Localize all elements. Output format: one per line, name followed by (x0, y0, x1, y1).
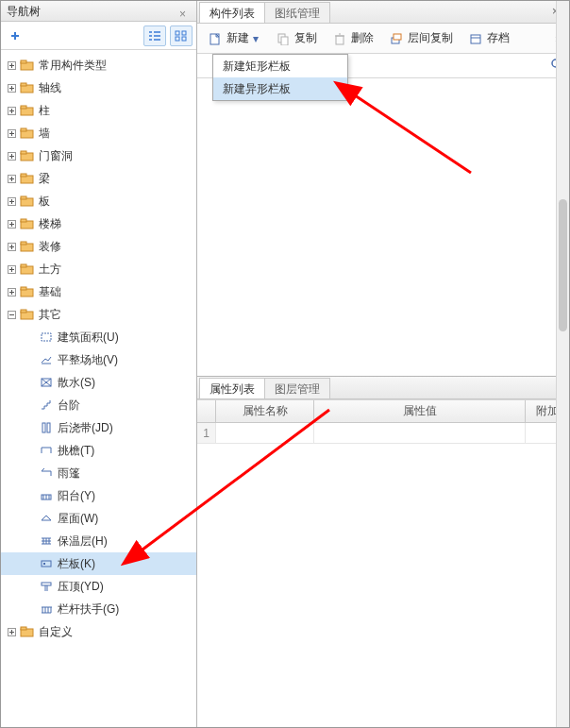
search-input[interactable] (339, 57, 550, 76)
tree-label: 雨篷 (58, 466, 80, 482)
tree-item[interactable]: 栏板(K) (1, 552, 196, 575)
new-icon (208, 31, 223, 46)
tree-label: 挑檐(T) (58, 443, 94, 459)
svg-rect-0 (176, 31, 179, 35)
tree-category[interactable]: 基础 (1, 280, 196, 303)
tree-item[interactable]: 栏杆扶手(G) (1, 598, 196, 620)
component-toolbar: 新建 ▾ 复制 删除 层间复制 存档 » (197, 24, 569, 54)
tree-category-other[interactable]: 其它 (1, 303, 196, 326)
tree-item[interactable]: 屋面(W) (1, 507, 196, 530)
svg-rect-6 (21, 60, 26, 63)
archive-label: 存档 (487, 30, 510, 46)
expand-icon[interactable] (5, 149, 18, 162)
expand-icon[interactable] (5, 240, 18, 253)
tree-label: 自定义 (39, 624, 73, 640)
property-row[interactable]: 1 (197, 423, 569, 444)
tree-label: 基础 (39, 284, 61, 300)
svg-rect-2 (176, 37, 179, 41)
nav-tree-panel: 导航树 × 常用构件类型轴线柱墙门窗洞梁板楼梯装修土方基础其它建筑面积(U)平整… (1, 1, 197, 727)
svg-rect-56 (394, 34, 401, 40)
tree-item[interactable]: 平整场地(V) (1, 348, 196, 371)
tab-component-list[interactable]: 构件列表 (199, 2, 265, 23)
tree-item[interactable]: 阳台(Y) (1, 484, 196, 507)
svg-rect-30 (21, 242, 26, 245)
tree-category[interactable]: 常用构件类型 (1, 54, 196, 76)
svg-rect-46 (43, 563, 45, 565)
property-tabbar: 属性列表 图层管理 × (197, 377, 569, 399)
dropdown-item-rect[interactable]: 新建矩形栏板 (213, 55, 347, 77)
svg-rect-27 (21, 219, 26, 222)
svg-rect-47 (42, 583, 51, 585)
svg-rect-42 (42, 423, 45, 432)
component-list-area (197, 78, 569, 376)
tree-item[interactable]: 后浇带(JD) (1, 416, 196, 439)
scrollbar[interactable] (556, 1, 569, 727)
copy-button[interactable]: 复制 (269, 27, 324, 50)
svg-rect-36 (21, 287, 26, 290)
tree-label: 装修 (39, 239, 61, 255)
tree-label: 屋面(W) (58, 511, 98, 527)
tree-label: 阳台(Y) (58, 488, 95, 504)
tree-item[interactable]: 挑檐(T) (1, 439, 196, 462)
grid-view-icon[interactable] (170, 25, 193, 46)
tree-item[interactable]: 压顶(YD) (1, 575, 196, 598)
expand-icon[interactable] (5, 625, 18, 638)
expand-icon[interactable] (5, 81, 18, 94)
nav-toolbar (1, 22, 196, 50)
tree-label: 保温层(H) (58, 533, 108, 550)
area-icon (39, 330, 54, 344)
tree-label: 台阶 (58, 398, 80, 414)
wumian-icon (39, 512, 54, 525)
list-view-icon[interactable] (143, 25, 166, 46)
tree-category-custom[interactable]: 自定义 (1, 620, 196, 643)
tree-category[interactable]: 梁 (1, 167, 196, 190)
tree-item[interactable]: 台阶 (1, 394, 196, 416)
tree-category[interactable]: 墙 (1, 122, 196, 144)
delete-button[interactable]: 删除 (326, 27, 380, 50)
tree-category[interactable]: 土方 (1, 258, 196, 280)
svg-rect-39 (21, 310, 26, 313)
expand-icon[interactable] (5, 127, 18, 140)
floor-copy-label: 层间复制 (408, 30, 453, 46)
expand-icon[interactable] (5, 172, 18, 185)
tab-drawing-mgmt[interactable]: 图纸管理 (264, 2, 330, 23)
svg-rect-50 (21, 627, 26, 630)
tree-category[interactable]: 装修 (1, 235, 196, 258)
col-name: 属性名称 (216, 400, 314, 422)
tree-label: 楼梯 (39, 216, 61, 232)
expand-icon[interactable] (5, 195, 18, 208)
expand-icon[interactable] (5, 262, 18, 276)
collapse-icon[interactable] (5, 308, 18, 321)
baowen-icon (39, 534, 54, 548)
tab-property-list[interactable]: 属性列表 (199, 378, 265, 398)
tree-category[interactable]: 柱 (1, 99, 196, 122)
tree-category[interactable]: 板 (1, 190, 196, 212)
tree-item[interactable]: 散水(S) (1, 371, 196, 394)
floor-copy-button[interactable]: 层间复制 (382, 27, 460, 50)
tree-category[interactable]: 楼梯 (1, 212, 196, 235)
property-pane: 属性列表 图层管理 × 属性名称 属性值 附加 1 (197, 377, 569, 727)
tree-label: 建筑面积(U) (58, 330, 119, 346)
tree-category[interactable]: 门窗洞 (1, 144, 196, 167)
delete-label: 删除 (351, 30, 374, 46)
copy-label: 复制 (294, 30, 317, 46)
archive-button[interactable]: 存档 (461, 27, 516, 50)
property-grid: 属性名称 属性值 附加 1 (197, 399, 569, 444)
expand-icon[interactable] (5, 104, 18, 117)
tab-layer-mgmt[interactable]: 图层管理 (264, 378, 330, 398)
tree-item[interactable]: 建筑面积(U) (1, 326, 196, 348)
dropdown-item-irregular[interactable]: 新建异形栏板 (213, 77, 347, 100)
new-button[interactable]: 新建 ▾ (201, 27, 267, 50)
tree-item[interactable]: 雨篷 (1, 462, 196, 484)
tree-label: 栏板(K) (58, 556, 95, 572)
tree-item[interactable]: 保温层(H) (1, 530, 196, 552)
tree-category[interactable]: 轴线 (1, 76, 196, 99)
tree-label: 轴线 (39, 80, 61, 96)
add-icon[interactable] (5, 25, 25, 46)
expand-icon[interactable] (5, 217, 18, 230)
delete-icon (332, 31, 347, 46)
svg-rect-1 (182, 31, 186, 35)
expand-icon[interactable] (5, 59, 18, 72)
close-icon[interactable]: × (179, 4, 193, 17)
expand-icon[interactable] (5, 285, 18, 298)
